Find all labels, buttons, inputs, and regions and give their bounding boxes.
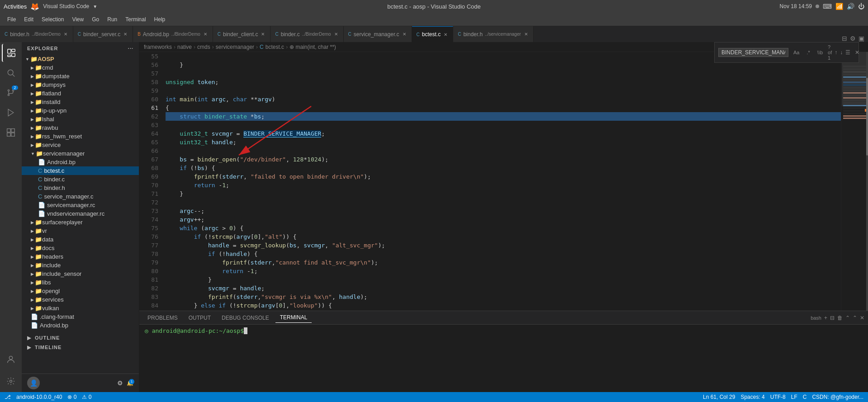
tree-item-libs[interactable]: ▶ 📁 libs: [22, 278, 139, 287]
tab-binder-h-servicemanager[interactable]: C binder.h ../servicemanager ✕: [453, 26, 533, 42]
tab-binder-h-binderdemo[interactable]: C binder.h ../BinderDemo ✕: [0, 26, 73, 42]
tree-item-service-manager-c[interactable]: C service_manager.c: [22, 192, 139, 201]
tab-output[interactable]: OUTPUT: [184, 313, 215, 323]
tab-terminal[interactable]: TERMINAL: [275, 312, 312, 323]
tab-close-icon[interactable]: ✕: [63, 32, 68, 37]
timeline-section[interactable]: ▶ TIMELINE: [22, 343, 139, 352]
firefox-icon[interactable]: 🦊: [30, 2, 39, 11]
terminal-minimize-icon[interactable]: ⌃: [845, 315, 850, 321]
tree-item-vndservicemanager-rc[interactable]: 📄 vndservicemanager.rc: [22, 209, 139, 218]
tree-item-vulkan[interactable]: ▶ 📁 vulkan: [22, 304, 139, 312]
keyboard-icon[interactable]: ⌨: [823, 3, 832, 10]
code-editor[interactable]: 55 56 57 58 59 60 61 62 63 64 65 66 67 6…: [139, 52, 868, 311]
tree-item-cmd[interactable]: ▶ 📁 cmd: [22, 63, 139, 72]
menu-selection[interactable]: Selection: [38, 14, 67, 24]
sidebar-menu-icon[interactable]: ···: [128, 46, 133, 51]
tab-close-icon[interactable]: ✕: [523, 32, 529, 37]
menu-edit[interactable]: Edit: [20, 14, 37, 24]
tab-close-icon[interactable]: ✕: [402, 32, 407, 37]
tab-close-icon[interactable]: ✕: [123, 32, 128, 37]
cursor-position[interactable]: Ln 61, Col 29: [703, 394, 735, 400]
tree-item-clang-format[interactable]: 📄 .clang-format: [22, 312, 139, 321]
tab-debug-console[interactable]: DEBUG CONSOLE: [217, 313, 274, 323]
tree-item-services[interactable]: ▶ 📁 services: [22, 295, 139, 304]
tree-item-installd[interactable]: ▶ 📁 installd: [22, 98, 139, 106]
menu-view[interactable]: View: [68, 14, 87, 24]
find-close-icon[interactable]: ✕: [855, 49, 859, 56]
avatar-icon[interactable]: [2, 350, 20, 369]
terminal-add-icon[interactable]: +: [824, 315, 827, 321]
tree-item-headers[interactable]: ▶ 📁 headers: [22, 252, 139, 261]
tree-item-flatland[interactable]: ▶ 📁 flatland: [22, 89, 139, 98]
tab-binder-server-c[interactable]: C binder_server.c ✕: [73, 26, 133, 42]
tree-item-docs[interactable]: ▶ 📁 docs: [22, 244, 139, 252]
tab-close-icon[interactable]: ✕: [333, 32, 339, 37]
files-icon[interactable]: [2, 44, 20, 62]
error-icon[interactable]: ⊗ 0: [67, 394, 76, 400]
menu-go[interactable]: Go: [88, 14, 103, 24]
sound-icon[interactable]: 🔊: [847, 3, 854, 10]
tree-item-vr[interactable]: ▶ 📁 vr: [22, 227, 139, 235]
language-label[interactable]: C: [803, 394, 807, 400]
extensions-icon[interactable]: [2, 123, 20, 142]
find-match-case[interactable]: Aa: [791, 48, 802, 57]
tree-item-surfacereplayer[interactable]: ▶ 📁 surfacereplayer: [22, 218, 139, 227]
git-branch-icon[interactable]: ⎇: [5, 394, 11, 400]
menu-terminal[interactable]: Terminal: [122, 14, 149, 24]
gear-icon[interactable]: [2, 372, 20, 390]
network-icon[interactable]: 📶: [835, 3, 843, 10]
tree-item-rss-hwm-reset[interactable]: ▶ 📁 rss_hwm_reset: [22, 132, 139, 141]
find-input[interactable]: [718, 48, 788, 57]
tree-item-bctest-c[interactable]: C bctest.c: [22, 166, 139, 175]
tree-item-dumpstate[interactable]: ▶ 📁 dumpstate: [22, 72, 139, 80]
split-editor-icon[interactable]: ⊟: [842, 35, 847, 42]
menu-run[interactable]: Run: [104, 14, 121, 24]
tab-binder-c-binderdemo[interactable]: C binder.c ../BinderDemo ✕: [270, 26, 343, 42]
find-next-icon[interactable]: ↓: [840, 49, 843, 56]
tab-close-icon[interactable]: ✕: [260, 32, 266, 37]
power-icon[interactable]: ⏻: [858, 3, 864, 10]
tree-item-include[interactable]: ▶ 📁 include: [22, 261, 139, 270]
sidebar-user[interactable]: 👤 ⚙ 🔔1: [22, 374, 139, 392]
tree-item-android-bp-root[interactable]: 📄 Android.bp: [22, 321, 139, 330]
tab-android-bp[interactable]: B Android.bp ../BinderDemo ✕: [133, 26, 213, 42]
source-control-icon[interactable]: 2: [2, 84, 20, 102]
outline-section[interactable]: ▶ OUTLINE: [22, 333, 139, 343]
tree-item-ip-up-vpn[interactable]: ▶ 📁 ip-up-vpn: [22, 106, 139, 115]
chevron-down-icon[interactable]: ▼: [93, 4, 97, 9]
terminal-trash-icon[interactable]: 🗑: [837, 315, 843, 321]
eol-label[interactable]: LF: [791, 394, 797, 400]
tab-problems[interactable]: PROBLEMS: [143, 313, 182, 323]
tree-item-binder-h[interactable]: C binder.h: [22, 184, 139, 192]
tree-item-rawbu[interactable]: ▶ 📁 rawbu: [22, 123, 139, 132]
run-icon[interactable]: [2, 104, 20, 122]
find-whole-word[interactable]: .*: [804, 48, 812, 57]
spaces-label[interactable]: Spaces: 4: [740, 394, 764, 400]
search-icon[interactable]: [2, 64, 20, 82]
find-prev-icon[interactable]: ↑: [835, 49, 837, 56]
tab-close-icon[interactable]: ✕: [443, 32, 448, 37]
find-menu-icon[interactable]: ☰: [845, 49, 850, 56]
terminal-split-icon[interactable]: ⊟: [830, 315, 835, 321]
sidebar-settings-icon[interactable]: ⚙: [117, 379, 123, 387]
settings-icon[interactable]: ⚙: [850, 35, 856, 42]
tree-item-lshal[interactable]: ▶ 📁 lshal: [22, 115, 139, 123]
tree-item-opengl[interactable]: ▶ 📁 opengl: [22, 287, 139, 295]
encoding-label[interactable]: UTF-8: [770, 394, 786, 400]
terminal-close-icon[interactable]: ✕: [860, 315, 864, 321]
tree-item-binder-c[interactable]: C binder.c: [22, 175, 139, 184]
tree-item-servicemanager[interactable]: ▼ 📁 servicemanager: [22, 149, 139, 158]
tree-item-data[interactable]: ▶ 📁 data: [22, 235, 139, 244]
warning-icon[interactable]: ⚠ 0: [82, 394, 91, 400]
tree-root-aosp[interactable]: ▼ 📁 AOSP: [22, 55, 139, 63]
git-branch-label[interactable]: android-10.0.0_r40: [16, 394, 62, 400]
tab-service-manager-c[interactable]: C service_manager.c ✕: [344, 26, 412, 42]
tree-item-servicemanager-rc[interactable]: 📄 servicemanager.rc: [22, 201, 139, 209]
menu-help[interactable]: Help: [151, 14, 169, 24]
terminal-content[interactable]: ◎ android@android-pc:~/aosp$: [139, 325, 868, 392]
tree-item-android-bp[interactable]: 📄 Android.bp: [22, 158, 139, 166]
terminal-maximize-icon[interactable]: ⌃: [853, 315, 857, 321]
tab-bctest-c[interactable]: C bctest.c ✕: [412, 26, 454, 42]
notification-icon[interactable]: 🔔1: [127, 380, 133, 386]
tree-item-include-sensor[interactable]: ▶ 📁 include_sensor: [22, 270, 139, 278]
